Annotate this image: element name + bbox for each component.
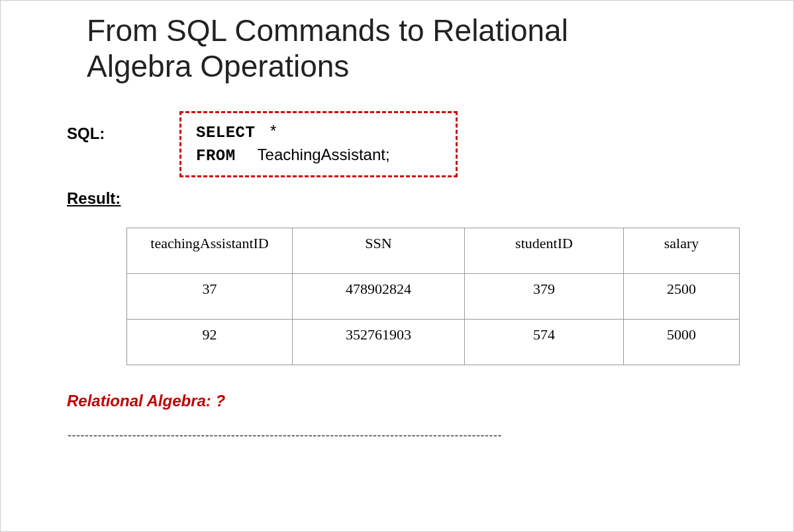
table-cell: 574 <box>465 319 624 365</box>
sql-row: SQL: SELECT * FROM TeachingAssistant; <box>67 111 793 177</box>
from-keyword: FROM <box>196 147 236 165</box>
col-header: studentID <box>465 228 624 273</box>
title-line-1: From SQL Commands to Relational <box>87 13 568 48</box>
select-keyword: SELECT <box>196 124 255 142</box>
col-header: SSN <box>293 228 465 273</box>
sql-line-1: SELECT * <box>196 122 441 142</box>
dashed-separator: ----------------------------------------… <box>68 429 733 443</box>
sql-label: SQL: <box>67 124 179 143</box>
table-cell: 37 <box>127 273 293 319</box>
sql-line-2: FROM TeachingAssistant; <box>196 146 441 165</box>
col-header: salary <box>624 228 740 273</box>
table-cell: 379 <box>465 273 624 319</box>
table-row: 37 478902824 379 2500 <box>127 273 740 319</box>
table-name: TeachingAssistant; <box>258 146 390 163</box>
table-cell: 2500 <box>624 273 740 319</box>
select-star: * <box>268 124 277 142</box>
result-table: teachingAssistantID SSN studentID salary… <box>126 228 740 365</box>
col-header: teachingAssistantID <box>127 228 293 273</box>
relational-algebra-label: Relational Algebra: ? <box>67 392 793 410</box>
table-header-row: teachingAssistantID SSN studentID salary <box>127 228 740 273</box>
table-cell: 352761903 <box>293 319 465 365</box>
sql-code-box: SELECT * FROM TeachingAssistant; <box>179 111 458 177</box>
title-line-2: Algebra Operations <box>87 49 349 83</box>
table-cell: 5000 <box>624 319 740 365</box>
table-cell: 92 <box>127 319 293 365</box>
table-cell: 478902824 <box>293 273 465 319</box>
result-label: Result: <box>67 189 793 208</box>
table-row: 92 352761903 574 5000 <box>127 319 740 365</box>
slide-title: From SQL Commands to Relational Algebra … <box>87 13 793 85</box>
